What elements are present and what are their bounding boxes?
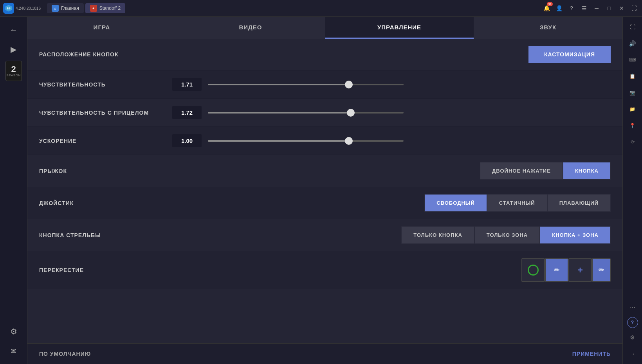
crosshair-control: ✏ + ✏ (172, 258, 611, 282)
button-layout-label: РАСПОЛОЖЕНИЕ КНОПОК (39, 51, 172, 58)
home-tab-icon: ⌂ (52, 5, 59, 12)
fire-button-control: ТОЛЬКО КНОПКА ТОЛЬКО ЗОНА КНОПКА + ЗОНА (172, 226, 611, 244)
version-label: 4.240.20.1016 (16, 6, 41, 11)
sensitivity-slider[interactable] (208, 84, 404, 85)
settings-content[interactable]: РАСПОЛОЖЕНИЕ КНОПОК КАСТОМИЗАЦИЯ ЧУВСТВИ… (27, 39, 622, 343)
rs-keyboard[interactable]: ⌨ (626, 53, 640, 67)
sensitivity-aim-label: ЧУВСТВИТЕЛЬНОСТЬ С ПРИЦЕЛОМ (39, 110, 172, 116)
sensitivity-fill (208, 84, 349, 85)
account-btn[interactable]: 👤 (554, 4, 564, 13)
crosshair-pencil-1-icon: ✏ (554, 266, 560, 274)
rs-more[interactable]: ⋯ (626, 301, 640, 315)
title-bar: BS 4.240.20.1016 ⌂ Главная ✦ Standoff 2 … (0, 0, 642, 17)
close-btn[interactable]: ✕ (617, 4, 626, 13)
tab-home-label: Главная (61, 5, 79, 11)
minimize-btn[interactable]: ─ (592, 4, 601, 13)
menu-btn[interactable]: ☰ (579, 4, 589, 13)
acceleration-control: 1.00 (172, 134, 611, 147)
acceleration-thumb[interactable] (345, 137, 353, 145)
jump-control: ДВОЙНОЕ НАЖАТИЕ КНОПКА (172, 162, 611, 180)
crosshair-plus-item[interactable]: + (568, 258, 592, 282)
default-button[interactable]: ПО УМОЛЧАНИЮ (39, 351, 91, 357)
joystick-control: СВОБОДНЫЙ СТАТИЧНЫЙ ПЛАВАЮЩИЙ (172, 194, 611, 212)
fire-zone-only[interactable]: ТОЛЬКО ЗОНА (474, 226, 540, 244)
game-tab-icon: ✦ (90, 5, 97, 12)
title-bar-right: 🔔 31 👤 ? ☰ ─ □ ✕ ⛶ (542, 4, 639, 13)
rs-location[interactable]: 📍 (626, 119, 640, 133)
joystick-btn-group: СВОБОДНЫЙ СТАТИЧНЫЙ ПЛАВАЮЩИЙ (424, 194, 611, 212)
svg-text:BS: BS (7, 7, 11, 10)
sensitivity-label: ЧУВСТВИТЕЛЬНОСТЬ (39, 81, 172, 88)
rs-rotate[interactable]: ⟳ (626, 135, 640, 149)
play-button[interactable]: ▶ (5, 41, 22, 58)
sensitivity-value: 1.71 (172, 78, 202, 91)
apply-button[interactable]: ПРИМЕНИТЬ (572, 351, 611, 357)
rs-expand[interactable]: ⛶ (626, 20, 640, 34)
season-label: SEASON (6, 74, 20, 77)
sensitivity-aim-thumb[interactable] (347, 109, 355, 117)
setting-jump: ПРЫЖОК ДВОЙНОЕ НАЖАТИЕ КНОПКА (27, 155, 622, 187)
help-btn[interactable]: ? (567, 4, 576, 13)
crosshair-circle-item[interactable] (521, 258, 545, 282)
tab-controls-settings[interactable]: УПРАВЛЕНИЕ (325, 17, 474, 39)
joystick-floating[interactable]: ПЛАВАЮЩИЙ (547, 194, 611, 212)
mail-button[interactable]: ✉ (5, 343, 22, 359)
bottom-bar: ПО УМОЛЧАНИЮ ПРИМЕНИТЬ (27, 343, 622, 364)
setting-crosshair: ПЕРЕКРЕСТИЕ ✏ + (27, 251, 622, 289)
title-bar-left: BS 4.240.20.1016 ⌂ Главная ✦ Standoff 2 (3, 3, 125, 14)
joystick-free[interactable]: СВОБОДНЫЙ (424, 194, 487, 212)
customization-button[interactable]: КАСТОМИЗАЦИЯ (528, 46, 611, 63)
tab-sound-settings[interactable]: ЗВУК (474, 17, 622, 39)
crosshair-edit-1[interactable]: ✏ (545, 258, 568, 282)
fire-btn-group: ТОЛЬКО КНОПКА ТОЛЬКО ЗОНА КНОПКА + ЗОНА (401, 226, 611, 244)
tabs-header: ИГРА ВИДЕО УПРАВЛЕНИЕ ЗВУК (27, 17, 622, 39)
rs-volume[interactable]: 🔊 (626, 36, 640, 50)
acceleration-slider[interactable] (208, 140, 404, 142)
back-button[interactable]: ← (5, 22, 22, 38)
setting-fire-button: КНОПКА СТРЕЛЬБЫ ТОЛЬКО КНОПКА ТОЛЬКО ЗОН… (27, 219, 622, 251)
setting-sensitivity-aim: ЧУВСТВИТЕЛЬНОСТЬ С ПРИЦЕЛОМ 1.72 (27, 99, 622, 127)
crosshair-group: ✏ + ✏ (521, 258, 611, 282)
button-layout-control: КАСТОМИЗАЦИЯ (172, 46, 611, 63)
rs-clipboard[interactable]: 📋 (626, 69, 640, 83)
tab-game-label: Standoff 2 (99, 5, 121, 11)
setting-button-layout: РАСПОЛОЖЕНИЕ КНОПОК КАСТОМИЗАЦИЯ (27, 39, 622, 70)
rs-screenshot[interactable]: 📷 (626, 86, 640, 100)
joystick-label: ДЖОЙСТИК (39, 200, 172, 206)
fire-button-only[interactable]: ТОЛЬКО КНОПКА (401, 226, 474, 244)
notification-badge: 31 (547, 2, 553, 6)
sensitivity-thumb[interactable] (345, 81, 353, 88)
fire-button-plus-zone[interactable]: КНОПКА + ЗОНА (540, 226, 611, 244)
tab-home[interactable]: ⌂ Главная (47, 3, 84, 13)
rs-settings[interactable]: ⚙ (626, 330, 640, 344)
rs-help[interactable]: ? (627, 317, 638, 328)
left-sidebar: ← ▶ 2 SEASON ⚙ ✉ (0, 17, 27, 364)
jump-double-tap[interactable]: ДВОЙНОЕ НАЖАТИЕ (480, 162, 563, 180)
season-number: 2 (11, 65, 16, 74)
tab-video-settings[interactable]: ВИДЕО (176, 17, 325, 39)
notification-btn[interactable]: 🔔 31 (542, 4, 551, 13)
jump-button[interactable]: КНОПКА (563, 162, 611, 180)
sensitivity-control: 1.71 (172, 78, 611, 91)
tab-game-settings[interactable]: ИГРА (27, 17, 176, 39)
bluestacks-logo: BS (3, 3, 14, 14)
maximize-btn[interactable]: □ (604, 4, 614, 13)
settings-button[interactable]: ⚙ (5, 323, 22, 340)
crosshair-circle-icon (528, 265, 539, 276)
joystick-static[interactable]: СТАТИЧНЫЙ (487, 194, 547, 212)
setting-acceleration: УСКОРЕНИЕ 1.00 (27, 127, 622, 155)
rs-arrow[interactable]: → (626, 347, 640, 361)
sensitivity-aim-value: 1.72 (172, 106, 202, 119)
rs-folder[interactable]: 📁 (626, 102, 640, 116)
jump-btn-group: ДВОЙНОЕ НАЖАТИЕ КНОПКА (480, 162, 611, 180)
fullscreen-btn[interactable]: ⛶ (629, 4, 639, 13)
crosshair-edit-2[interactable]: ✏ (592, 258, 611, 282)
acceleration-fill (208, 140, 349, 142)
season-badge: 2 SEASON (5, 61, 22, 81)
acceleration-label: УСКОРЕНИЕ (39, 138, 172, 144)
tab-game[interactable]: ✦ Standoff 2 (85, 3, 126, 13)
sensitivity-aim-slider[interactable] (208, 112, 404, 114)
setting-joystick: ДЖОЙСТИК СВОБОДНЫЙ СТАТИЧНЫЙ ПЛАВАЮЩИЙ (27, 187, 622, 219)
sensitivity-aim-control: 1.72 (172, 106, 611, 119)
sensitivity-aim-fill (208, 112, 351, 114)
